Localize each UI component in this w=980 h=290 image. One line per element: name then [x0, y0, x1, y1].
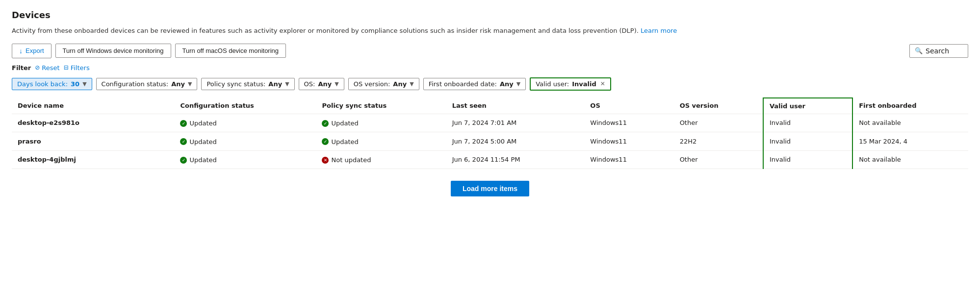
os-version-chip[interactable]: OS version: Any ▼: [348, 78, 419, 90]
cell-device-name: desktop-4gjblmj: [12, 150, 174, 169]
validuser-chip-close-icon[interactable]: ✕: [600, 80, 605, 87]
table-row: prasro ✓Updated ✓Updated Jun 7, 2024 5:0…: [12, 132, 968, 151]
filter-bar: Filter ⊘ Reset ⊟ Filters: [12, 64, 968, 72]
policy-sync-text: Updated: [331, 120, 358, 127]
cell-first-onboarded: 15 Mar 2024, 4: [852, 132, 968, 151]
search-icon: 🔍: [915, 47, 923, 54]
filter-chips: Days look back: 30 ▼ Configuration statu…: [12, 77, 968, 91]
policy-sync-icon: ✓: [322, 138, 329, 145]
col-header-os-version: OS version: [674, 98, 763, 114]
toolbar: ↓ Export Turn off Windows device monitor…: [12, 44, 968, 58]
cell-os: Windows11: [584, 150, 673, 169]
cell-valid-user: Invalid: [763, 114, 852, 132]
config-status-text: Updated: [189, 156, 216, 164]
page-description: Activity from these onboarded devices ca…: [12, 26, 968, 36]
validuser-chip-label: Valid user:: [536, 80, 569, 88]
cell-policy-sync: ✕Not updated: [316, 150, 446, 169]
cell-policy-sync: ✓Updated: [316, 114, 446, 132]
cell-valid-user: Invalid: [763, 150, 852, 169]
os-chip-caret-icon: ▼: [335, 81, 338, 87]
validuser-chip-value: Invalid: [572, 80, 596, 88]
table-row: desktop-4gjblmj ✓Updated ✕Not updated Ju…: [12, 150, 968, 169]
policy-chip-value: Any: [268, 80, 282, 88]
policy-sync-icon: ✓: [322, 120, 329, 127]
col-header-valid-user: Valid user: [763, 98, 852, 114]
col-header-first-onboarded: First onboarded: [852, 98, 968, 114]
days-chip-caret-icon: ▼: [82, 81, 86, 87]
cell-last-seen: Jun 7, 2024 7:01 AM: [446, 114, 585, 132]
cell-config-status: ✓Updated: [174, 114, 316, 132]
search-box[interactable]: 🔍 Search: [909, 44, 968, 58]
cell-config-status: ✓Updated: [174, 132, 316, 151]
reset-link[interactable]: ⊘ Reset: [35, 64, 59, 72]
policy-sync-icon: ✕: [322, 157, 329, 164]
first-onboarded-chip[interactable]: First onboarded date: Any ▼: [423, 78, 526, 90]
col-header-os: OS: [584, 98, 673, 114]
os-chip-label: OS:: [304, 80, 315, 88]
turn-off-windows-button[interactable]: Turn off Windows device monitoring: [55, 44, 171, 58]
osver-chip-value: Any: [393, 80, 407, 88]
cell-os: Windows11: [584, 132, 673, 151]
osver-chip-label: OS version:: [354, 80, 390, 88]
load-more-button[interactable]: Load more items: [451, 181, 529, 196]
filters-link[interactable]: ⊟ Filters: [64, 64, 90, 72]
policy-chip-caret-icon: ▼: [285, 81, 289, 87]
os-chip[interactable]: OS: Any ▼: [299, 78, 344, 90]
policy-sync-text: Updated: [331, 138, 358, 145]
firstonboard-chip-label: First onboarded date:: [429, 80, 497, 88]
firstonboard-chip-caret-icon: ▼: [516, 81, 520, 87]
config-chip-caret-icon: ▼: [188, 81, 192, 87]
config-status-chip[interactable]: Configuration status: Any ▼: [96, 78, 198, 90]
learn-more-link[interactable]: Learn more: [641, 27, 677, 34]
config-status-icon: ✓: [180, 138, 187, 145]
devices-table: Device name Configuration status Policy …: [12, 97, 968, 169]
col-header-config-status: Configuration status: [174, 98, 316, 114]
firstonboard-chip-value: Any: [500, 80, 514, 88]
cell-os-version: Other: [674, 150, 763, 169]
turn-off-macos-button[interactable]: Turn off macOS device monitoring: [175, 44, 286, 58]
page-title: Devices: [12, 10, 968, 20]
policy-sync-chip[interactable]: Policy sync status: Any ▼: [201, 78, 294, 90]
search-label: Search: [926, 47, 949, 55]
cell-valid-user: Invalid: [763, 132, 852, 151]
days-chip-label: Days look back:: [17, 80, 68, 88]
policy-chip-label: Policy sync status:: [206, 80, 265, 88]
config-chip-value: Any: [171, 80, 185, 88]
filter-label: Filter: [12, 64, 31, 72]
cell-device-name: prasro: [12, 132, 174, 151]
cell-config-status: ✓Updated: [174, 150, 316, 169]
export-icon: ↓: [19, 47, 23, 55]
cell-first-onboarded: Not available: [852, 114, 968, 132]
config-status-icon: ✓: [180, 120, 187, 127]
load-more-container: Load more items: [12, 169, 968, 208]
config-chip-label: Configuration status:: [102, 80, 169, 88]
valid-user-chip[interactable]: Valid user: Invalid ✕: [530, 77, 611, 91]
config-status-text: Updated: [189, 138, 216, 145]
config-status-text: Updated: [189, 120, 216, 127]
days-chip-value: 30: [71, 80, 79, 88]
reset-funnel-icon: ⊘: [35, 64, 40, 71]
cell-last-seen: Jun 7, 2024 5:00 AM: [446, 132, 585, 151]
col-header-policy-sync: Policy sync status: [316, 98, 446, 114]
table-row: desktop-e2s981o ✓Updated ✓Updated Jun 7,…: [12, 114, 968, 132]
col-header-device-name: Device name: [12, 98, 174, 114]
policy-sync-text: Not updated: [331, 156, 371, 164]
cell-first-onboarded: Not available: [852, 150, 968, 169]
cell-os: Windows11: [584, 114, 673, 132]
filters-funnel-icon: ⊟: [64, 64, 69, 71]
os-chip-value: Any: [318, 80, 332, 88]
cell-last-seen: Jun 6, 2024 11:54 PM: [446, 150, 585, 169]
cell-os-version: 22H2: [674, 132, 763, 151]
days-lookback-chip[interactable]: Days look back: 30 ▼: [12, 78, 92, 90]
osver-chip-caret-icon: ▼: [410, 81, 413, 87]
config-status-icon: ✓: [180, 157, 187, 164]
cell-os-version: Other: [674, 114, 763, 132]
export-button[interactable]: ↓ Export: [12, 44, 52, 58]
cell-policy-sync: ✓Updated: [316, 132, 446, 151]
col-header-last-seen: Last seen: [446, 98, 585, 114]
cell-device-name: desktop-e2s981o: [12, 114, 174, 132]
